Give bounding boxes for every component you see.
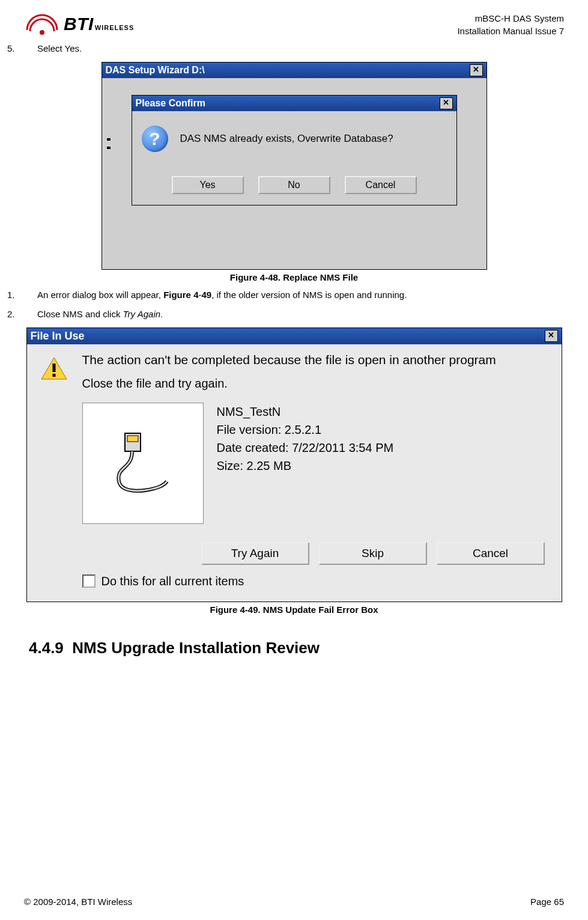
do-for-all-label: Do this for all current items bbox=[102, 574, 244, 588]
step-2-text-b: . bbox=[160, 309, 163, 319]
cancel-button[interactable]: Cancel bbox=[437, 542, 545, 565]
file-thumbnail bbox=[82, 403, 204, 524]
logo-main-text: BTI bbox=[64, 14, 94, 34]
file-meta-name: NMS_TestN bbox=[217, 403, 394, 421]
confirm-title-text: Please Confirm bbox=[136, 98, 205, 109]
confirm-dialog: Please Confirm ✕ ? DAS NMS already exist… bbox=[132, 95, 457, 206]
warning-icon bbox=[40, 356, 68, 380]
step-1-ref-a: Figure 4 bbox=[163, 290, 198, 300]
close-icon[interactable]: ✕ bbox=[440, 97, 453, 109]
doc-title-line1: mBSC-H DAS System bbox=[457, 12, 564, 25]
cancel-button[interactable]: Cancel bbox=[345, 176, 417, 194]
step-1-text-a: An error dialog box will appear, bbox=[37, 290, 163, 300]
file-meta: NMS_TestN File version: 2.5.2.1 Date cre… bbox=[217, 403, 394, 475]
section-num: 4.4.9 bbox=[29, 639, 64, 657]
footer-page: Page 65 bbox=[530, 897, 564, 907]
file-meta-date: Date created: 7/22/2011 3:54 PM bbox=[217, 439, 394, 457]
close-icon[interactable]: ✕ bbox=[470, 64, 483, 76]
fileinuse-msg-1: The action can't be completed because th… bbox=[82, 353, 496, 367]
fileinuse-msg-2: Close the file and try again. bbox=[82, 377, 496, 391]
doc-title-block: mBSC-H DAS System Installation Manual Is… bbox=[457, 12, 564, 37]
step-2-text-a: Close NMS and click bbox=[37, 309, 123, 319]
page-header: BTI WIRELESS mBSC-H DAS System Installat… bbox=[24, 12, 564, 37]
section-4-4-9-heading: 4.4.9 NMS Upgrade Installation Review bbox=[29, 639, 564, 657]
no-button[interactable]: No bbox=[258, 176, 330, 194]
footer-page-label: Page bbox=[530, 897, 551, 907]
close-icon[interactable]: ✕ bbox=[545, 330, 558, 342]
figure-4-48: DAS Setup Wizard D:\ ✕ Please Confirm ✕ … bbox=[24, 62, 564, 270]
step-5: 5.Select Yes. bbox=[24, 42, 564, 56]
step-5-num: 5. bbox=[24, 42, 37, 56]
svg-point-0 bbox=[40, 30, 44, 35]
question-icon: ? bbox=[142, 126, 168, 152]
wizard-titlebar: DAS Setup Wizard D:\ ✕ bbox=[102, 62, 486, 78]
svg-rect-3 bbox=[52, 374, 55, 377]
try-again-button[interactable]: Try Again bbox=[201, 542, 309, 565]
figure-4-48-caption: Figure 4-48. Replace NMS File bbox=[24, 272, 564, 282]
wizard-title-text: DAS Setup Wizard D:\ bbox=[106, 65, 205, 76]
skip-button[interactable]: Skip bbox=[319, 542, 427, 565]
step-1: 1.An error dialog box will appear, Figur… bbox=[24, 288, 564, 302]
svg-rect-2 bbox=[52, 364, 55, 372]
footer-copyright: © 2009-2014, BTI Wireless bbox=[24, 897, 132, 907]
step-2: 2.Close NMS and click Try Again. bbox=[24, 308, 564, 321]
fileinuse-title-text: File In Use bbox=[31, 330, 85, 343]
logo-mark bbox=[24, 12, 60, 36]
yes-button[interactable]: Yes bbox=[172, 176, 244, 194]
wizard-window: DAS Setup Wizard D:\ ✕ Please Confirm ✕ … bbox=[102, 62, 487, 270]
file-meta-version: File version: 2.5.2.1 bbox=[217, 421, 394, 439]
step-1-ref-b: 49 bbox=[201, 290, 211, 300]
figure-4-49-caption: Figure 4-49. NMS Update Fail Error Box bbox=[24, 605, 564, 615]
footer-page-num: 65 bbox=[554, 897, 564, 907]
company-logo: BTI WIRELESS bbox=[24, 12, 134, 36]
step-2-italic: Try Again bbox=[123, 309, 161, 319]
svg-rect-5 bbox=[127, 436, 138, 442]
section-title: NMS Upgrade Installation Review bbox=[72, 639, 320, 657]
file-in-use-dialog: File In Use ✕ The action can't be comple… bbox=[26, 327, 562, 602]
confirm-message: DAS NMS already exists, Overwrite Databa… bbox=[180, 133, 393, 145]
background-stub bbox=[107, 138, 111, 156]
step-1-num: 1. bbox=[24, 288, 37, 302]
step-5-text: Select Yes. bbox=[37, 43, 82, 53]
page-footer: © 2009-2014, BTI Wireless Page 65 bbox=[24, 897, 564, 907]
file-meta-size: Size: 2.25 MB bbox=[217, 457, 394, 475]
logo-sub-text: WIRELESS bbox=[95, 24, 134, 31]
cable-icon bbox=[107, 427, 179, 499]
doc-title-line2: Installation Manual Issue 7 bbox=[457, 25, 564, 37]
do-for-all-checkbox[interactable] bbox=[82, 574, 95, 588]
figure-4-49: File In Use ✕ The action can't be comple… bbox=[24, 327, 564, 602]
confirm-titlebar: Please Confirm ✕ bbox=[132, 96, 456, 111]
step-1-text-b: , if the older version of NMS is open an… bbox=[211, 290, 407, 300]
fileinuse-titlebar: File In Use ✕ bbox=[27, 328, 562, 344]
step-2-num: 2. bbox=[24, 308, 37, 321]
